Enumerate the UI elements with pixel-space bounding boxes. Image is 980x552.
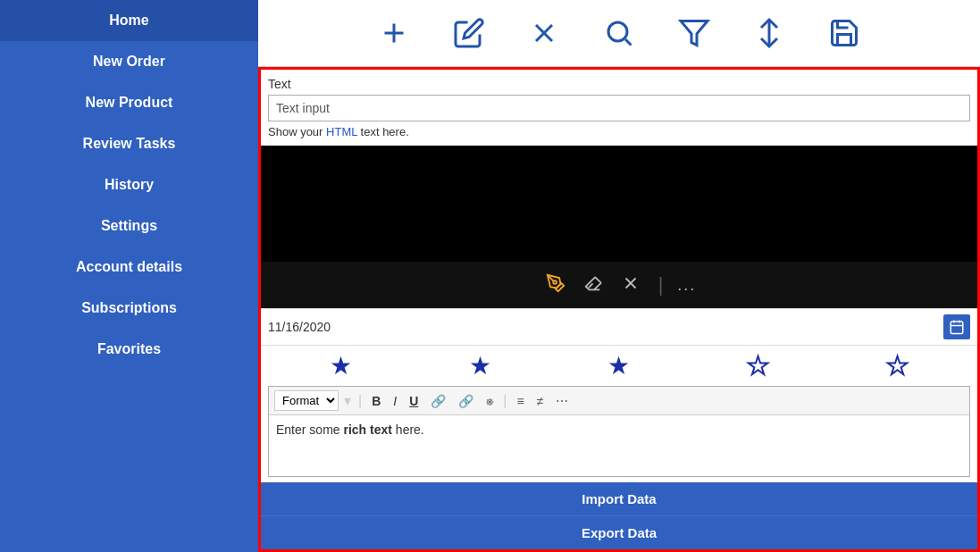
content-area: Text Show your HTML text here.	[258, 67, 980, 552]
editor-body[interactable]: Enter some rich text here.	[269, 415, 969, 476]
unordered-list-icon[interactable]: ≠	[532, 392, 549, 410]
text-input[interactable]	[268, 95, 970, 121]
html-preview-prefix: Show your	[268, 125, 326, 138]
svg-line-5	[625, 39, 632, 46]
black-bar-divider: |	[658, 273, 664, 297]
svg-point-4	[608, 22, 627, 41]
rich-editor-toolbar: Format ▾ | B I U 🔗 🔗 ⎈ | ≡ ≠ ⋯	[269, 387, 969, 415]
more-options-icon[interactable]: ...	[677, 276, 696, 295]
link-icon[interactable]: 🔗	[426, 392, 450, 410]
sidebar-item-new-order[interactable]: New Order	[0, 41, 258, 82]
more-format-icon[interactable]: ⋯	[551, 392, 573, 410]
sidebar-item-new-product[interactable]: New Product	[0, 82, 258, 123]
sidebar-item-home[interactable]: Home	[0, 0, 258, 41]
bold-button[interactable]: B	[367, 392, 385, 410]
svg-rect-11	[951, 322, 963, 334]
sort-icon[interactable]	[753, 17, 785, 49]
add-icon[interactable]	[378, 17, 410, 49]
text-field-label: Text	[268, 77, 970, 91]
text-section: Text Show your HTML text here.	[261, 70, 977, 146]
save-icon[interactable]	[828, 17, 860, 49]
export-data-button[interactable]: Export Data	[261, 515, 977, 549]
star-3[interactable]: ★	[607, 351, 630, 381]
sidebar-item-settings[interactable]: Settings	[0, 205, 258, 247]
sidebar: Home New Order New Product Review Tasks …	[0, 0, 258, 552]
date-row: 11/16/2020	[261, 308, 977, 346]
svg-point-8	[553, 280, 557, 284]
close-icon[interactable]	[528, 17, 560, 49]
sidebar-item-favorites[interactable]: Favorites	[0, 329, 258, 370]
eraser-icon[interactable]	[580, 270, 607, 301]
toolbar-sep-1: ▾	[344, 392, 351, 409]
toolbar-sep-pipe: |	[358, 393, 362, 409]
black-canvas	[261, 146, 977, 262]
editor-rich: rich text	[343, 422, 391, 437]
editor-prefix: Enter some	[276, 422, 343, 437]
toolbar-sep-2: |	[503, 393, 507, 409]
sidebar-item-subscriptions[interactable]: Subscriptions	[0, 288, 258, 329]
bottom-buttons: Import Data Export Data	[261, 482, 977, 549]
star-4[interactable]: ★	[747, 351, 769, 381]
stars-row: ★ ★ ★ ★ ★	[261, 346, 977, 386]
html-preview-suffix: text here.	[357, 125, 409, 138]
html-link[interactable]: HTML	[326, 125, 357, 138]
rich-text-editor: Format ▾ | B I U 🔗 🔗 ⎈ | ≡ ≠ ⋯ Enter som…	[268, 386, 970, 477]
black-bar-close-icon[interactable]	[617, 270, 644, 301]
editor-suffix: here.	[392, 422, 424, 437]
date-value: 11/16/2020	[268, 320, 943, 334]
star-5[interactable]: ★	[886, 351, 909, 381]
svg-marker-6	[681, 21, 708, 46]
edit-icon[interactable]	[453, 17, 485, 49]
calendar-button[interactable]	[943, 314, 970, 339]
html-preview: Show your HTML text here.	[268, 121, 970, 142]
sidebar-item-history[interactable]: History	[0, 164, 258, 205]
search-icon[interactable]	[603, 17, 635, 49]
underline-button[interactable]: U	[405, 392, 423, 410]
import-data-button[interactable]: Import Data	[261, 482, 977, 515]
unlink-icon[interactable]: 🔗	[454, 392, 478, 410]
sidebar-item-review-tasks[interactable]: Review Tasks	[0, 123, 258, 164]
star-1[interactable]: ★	[330, 351, 352, 381]
star-2[interactable]: ★	[469, 351, 491, 381]
clear-format-icon[interactable]: ⎈	[482, 392, 498, 410]
sidebar-item-account-details[interactable]: Account details	[0, 247, 258, 288]
black-bar: | ...	[261, 262, 977, 308]
toolbar	[258, 0, 980, 67]
format-select[interactable]: Format	[274, 390, 339, 411]
main-content: Text Show your HTML text here.	[258, 0, 980, 552]
filter-icon[interactable]	[678, 17, 710, 49]
italic-button[interactable]: I	[389, 392, 401, 410]
pen-tool-icon[interactable]	[542, 270, 569, 301]
ordered-list-icon[interactable]: ≡	[512, 392, 528, 410]
